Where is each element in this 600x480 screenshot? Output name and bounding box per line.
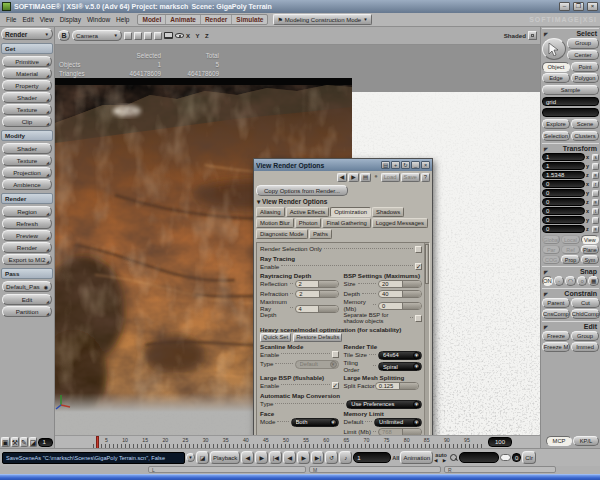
selection-text-field[interactable]: grid [542,97,599,106]
module-button[interactable]: Model [138,15,166,24]
select-arrow-tool[interactable] [542,38,566,60]
transform-mode-button[interactable]: COG [542,255,560,264]
maximize-button[interactable]: ❐ [573,2,584,11]
toolbar-button[interactable]: Shader [2,143,52,154]
wrench-icon[interactable]: ⚒ [11,437,19,447]
transform-axis-button[interactable] [592,217,599,224]
close-button[interactable]: × [587,2,598,11]
transform-axis-button[interactable]: s [592,154,599,161]
viewport-canvas[interactable]: Selected Total Objects 1 5 Triangles 464… [55,45,540,435]
play-backward-button[interactable]: ◀ [283,451,296,464]
transform-axis-button[interactable]: ≡ [592,172,599,179]
nav-forward-button[interactable]: ▶ [348,173,358,182]
nav-back-button[interactable]: ◀ [337,173,347,182]
transform-mode-button[interactable]: View [581,235,599,244]
eraser-icon[interactable]: ◪ [29,437,38,447]
clear-button[interactable]: Clr [522,451,536,464]
dialog-tab[interactable]: Shadows [372,207,404,217]
transform-axis-button[interactable] [592,190,599,197]
memo-cam-button[interactable] [144,32,152,40]
auto-key-toggle[interactable]: auto ◀ ▶ [434,453,448,463]
display-options-icon[interactable] [164,32,173,39]
memo-cam-button[interactable] [154,32,162,40]
toolbar-button[interactable]: Refresh [2,218,52,229]
toolbar-button[interactable]: Texture [2,155,52,166]
pages-icon[interactable]: ▤ [381,161,390,169]
toolbar-button[interactable]: Shader [2,92,52,103]
camera-view-dropdown[interactable]: Camera▼ [72,30,122,41]
edit-button[interactable]: Group [571,331,599,341]
toolbar-button[interactable]: Clip [2,116,52,127]
step-forward-button[interactable]: ▶ [255,451,268,464]
script-history-dropdown-icon[interactable]: ▼ [186,453,195,462]
module-button[interactable]: Animate [166,15,201,24]
toolbar-button[interactable]: Ambience [2,179,52,190]
tiling-order-dropdown[interactable]: Spiral▼ [378,362,422,371]
construction-mode-dropdown[interactable]: ⚑ Modeling Construction Mode ▼ [273,14,371,25]
menu-item[interactable]: Window [84,15,113,24]
face-mode-dropdown[interactable]: Both▼ [291,418,339,427]
toolbar-button[interactable]: Edit [2,294,52,305]
transform-mode-button[interactable]: Ref [561,245,579,254]
dialog-scrollbar[interactable] [424,243,429,435]
transform-value-field[interactable]: 0 [542,189,585,197]
numeric-slider-field[interactable]: 40 [378,290,422,298]
slider-handle[interactable] [402,303,421,309]
transform-value-field[interactable]: 0 [542,225,585,233]
help-button[interactable]: ? [421,173,430,182]
pass-selector[interactable]: Default_Pas◉ [2,281,52,292]
menu-item[interactable]: File [3,15,19,24]
transform-axis-button[interactable]: ≡ [592,199,599,206]
timeline-playhead[interactable] [96,436,99,448]
pen-icon[interactable]: ✎ [20,437,28,447]
slider-handle[interactable] [319,291,338,297]
all-frames-label[interactable]: All [392,455,399,461]
timeline-ruler[interactable]: 5101520253035404550556065707580859095 10… [55,435,540,448]
load-button[interactable]: Load [381,173,400,182]
constrain-button[interactable]: Parent [542,298,570,308]
toolbar-button[interactable]: Projection [2,167,52,178]
toolbar-selector[interactable]: Render▼ [1,28,53,40]
visibility-eye-icon[interactable] [175,33,184,38]
dialog-tab[interactable]: Logged Messages [372,218,428,228]
copy-options-button[interactable]: Copy Options from Render... [256,185,348,196]
quick-set-button[interactable]: Quick Set [260,333,291,342]
transform-axis-button[interactable]: t [592,208,599,215]
mcp-tab[interactable]: MCP [546,436,572,446]
render-selection-only-checkbox[interactable] [415,246,422,253]
toolbar-button[interactable]: Property [2,80,52,91]
dialog-tab[interactable]: Optimization [330,207,371,217]
transform-value-field[interactable]: 1.5348 [542,171,585,179]
duplicate-icon[interactable]: ▣ [1,437,10,447]
menu-item[interactable]: Display [57,15,84,24]
transform-value-field[interactable]: 0 [542,180,585,188]
selection-list-button[interactable]: Clusters [571,131,599,141]
edit-button[interactable]: Immed [571,342,599,352]
ray-tracing-enable-checkbox[interactable] [415,263,422,270]
module-button[interactable]: Simulate [232,15,267,24]
current-frame-box[interactable]: 1 [38,438,53,447]
constrain-button[interactable]: Cut [571,298,600,308]
minimize-button[interactable]: – [559,2,570,11]
dialog-tab[interactable]: Motion Blur [256,218,294,228]
edit-button[interactable]: Freeze M [542,342,570,352]
constrain-button[interactable]: CnsComp [542,309,570,319]
snap-button[interactable]: ∙ [554,276,565,286]
split-factor-field[interactable]: 0.125 [375,382,419,390]
axis-letters[interactable]: X Y Z [186,33,211,39]
pin-icon[interactable]: + [391,161,400,169]
sample-button[interactable]: Sample [542,85,599,95]
map-conversion-type-dropdown[interactable]: Use Preferences▼ [346,400,422,409]
last-frame-button[interactable]: ▶| [311,451,324,464]
transform-axis-button[interactable] [592,163,599,170]
dialog-tab[interactable]: Final Gathering [322,218,370,228]
transform-value-field[interactable]: 1 [542,162,585,170]
auto-arrows-icon[interactable]: ◀ ▶ [434,458,448,463]
snap-button[interactable]: ○ [577,276,588,286]
dialog-minimize-button[interactable]: _ [411,161,420,169]
transform-value-field[interactable]: 0 [542,207,585,215]
slider-handle[interactable] [402,291,421,297]
dialog-tab[interactable]: Aliasing [256,207,285,217]
selection-filter-button[interactable]: Polygon [571,73,599,83]
dialog-tab[interactable]: Active Effects [286,207,330,217]
